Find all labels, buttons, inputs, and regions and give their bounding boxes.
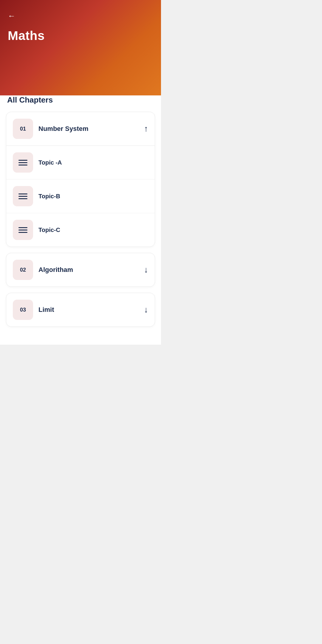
section-title: All Chapters	[6, 95, 155, 105]
topic-item-t2[interactable]: Topic-B	[6, 179, 155, 213]
expand-icon[interactable]	[144, 265, 148, 275]
topic-item-t3[interactable]: Topic-C	[6, 213, 155, 247]
topic-name-t3: Topic-C	[38, 227, 60, 233]
header: ← Maths	[0, 0, 161, 95]
chapter-number-badge-ch2: 02	[13, 260, 33, 280]
chapter-card-ch2: 02Algoritham	[6, 253, 155, 287]
list-icon	[18, 227, 27, 233]
topic-item-t1[interactable]: Topic -A	[6, 146, 155, 179]
topic-name-t1: Topic -A	[38, 159, 62, 166]
topic-icon-badge-t2	[13, 186, 33, 206]
back-button[interactable]: ←	[8, 12, 153, 20]
topic-icon-badge-t1	[13, 152, 33, 173]
chapter-number-badge-ch3: 03	[13, 300, 33, 320]
chapter-name-ch3: Limit	[38, 306, 144, 314]
chapter-card-ch3: 03Limit	[6, 293, 155, 327]
chapter-card-ch1: 01Number SystemTopic -ATopic-BTopic-C	[6, 112, 155, 247]
chapters-list: 01Number SystemTopic -ATopic-BTopic-C02A…	[6, 112, 155, 327]
list-icon	[18, 160, 27, 165]
chapter-name-ch2: Algoritham	[38, 266, 144, 274]
chapter-header-ch3[interactable]: 03Limit	[6, 293, 155, 326]
chapter-number-badge-ch1: 01	[13, 119, 33, 139]
collapse-icon[interactable]	[144, 124, 148, 134]
expand-icon[interactable]	[144, 305, 148, 315]
topic-icon-badge-t3	[13, 220, 33, 240]
chapter-header-ch1[interactable]: 01Number System	[6, 112, 155, 146]
back-arrow-icon: ←	[8, 12, 16, 20]
page-title: Maths	[8, 29, 153, 43]
chapter-header-ch2[interactable]: 02Algoritham	[6, 253, 155, 287]
content-area: All Chapters 01Number SystemTopic -ATopi…	[0, 83, 161, 345]
chapter-name-ch1: Number System	[38, 125, 144, 133]
topic-name-t2: Topic-B	[38, 193, 60, 200]
list-icon	[18, 193, 27, 199]
